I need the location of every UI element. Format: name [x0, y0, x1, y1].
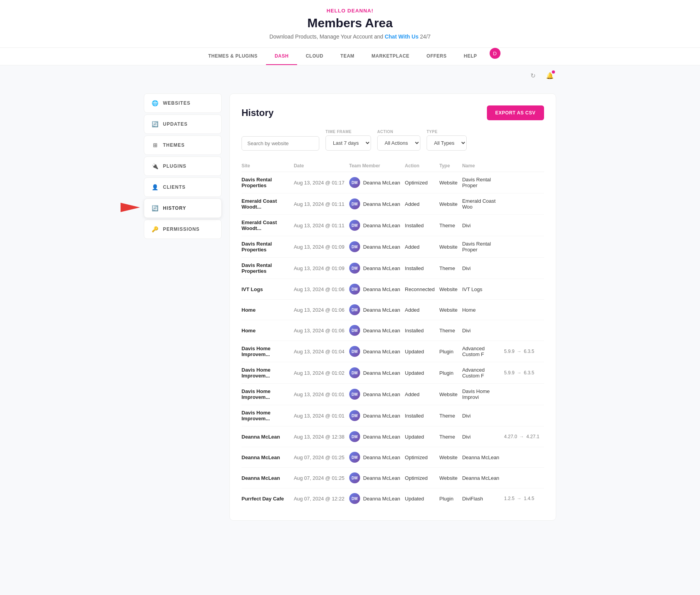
action-select[interactable]: All Actions [377, 135, 420, 151]
table-row: Deanna McLeanAug 07, 2024 @ 01:25DMDeann… [242, 468, 544, 488]
search-input[interactable] [242, 136, 319, 151]
sidebar-item-permissions[interactable]: 🔑 PERMISSIONS [144, 219, 222, 239]
col-action: Action [405, 160, 439, 172]
avatar: DM [349, 431, 360, 442]
page-subtitle: Download Products, Manage Your Account a… [0, 33, 700, 40]
avatar: DM [349, 367, 360, 378]
export-csv-button[interactable]: EXPORT AS CSV [487, 105, 544, 120]
cell-version: 4.27.0→4.27.1 [504, 427, 544, 447]
sidebar-item-websites[interactable]: 🌐 WEBSITES [144, 93, 222, 113]
site-name: Davis Rental Properties [242, 262, 272, 274]
avatar: DM [349, 220, 360, 231]
notification-icon[interactable]: 🔔 [544, 69, 556, 82]
date-value: Aug 13, 2024 @ 01:04 [294, 349, 344, 355]
cell-date: Aug 13, 2024 @ 01:06 [294, 279, 349, 300]
cell-site: Davis Home Improvem... [242, 384, 294, 405]
col-site: Site [242, 160, 294, 172]
cell-type: Website [439, 468, 462, 488]
table-header: Site Date Team Member Action Type Name [242, 160, 544, 172]
cell-action: Updated [405, 362, 439, 384]
action-label: ACTION [377, 130, 420, 134]
site-name: Davis Rental Properties [242, 241, 272, 253]
sidebar-item-clients[interactable]: 👤 CLIENTS [144, 177, 222, 197]
cell-date: Aug 07, 2024 @ 01:25 [294, 468, 349, 488]
cell-site: Emerald Coast Woodt... [242, 215, 294, 236]
history-header: History EXPORT AS CSV [242, 105, 544, 120]
cell-type: Website [439, 300, 462, 320]
sidebar: 🌐 WEBSITES 🔄 UPDATES ⊞ THEMES 🔌 PLUGINS … [144, 93, 222, 239]
version-to: 1.4.5 [524, 496, 534, 501]
table-row: HomeAug 13, 2024 @ 01:06DMDeanna McLeanI… [242, 320, 544, 341]
table-row: Emerald Coast Woodt...Aug 13, 2024 @ 01:… [242, 193, 544, 215]
cell-action: Installed [405, 258, 439, 279]
table-row: Deanna McLeanAug 13, 2024 @ 12:38DMDeann… [242, 427, 544, 447]
cell-action: Updated [405, 427, 439, 447]
cell-name: IVT Logs [462, 279, 504, 300]
cell-team-member: DMDeanna McLean [349, 172, 405, 193]
user-avatar-nav[interactable]: D [490, 48, 500, 59]
version-change: 4.27.0→4.27.1 [504, 434, 539, 439]
cell-site: Davis Rental Properties [242, 236, 294, 258]
nav-item-cloud[interactable]: CLOUD [297, 48, 332, 65]
history-arrow-container: 🔄 HISTORY [144, 198, 222, 218]
subtitle-post: 24/7 [420, 33, 430, 40]
cell-version: 5.9.9→6.3.5 [504, 362, 544, 384]
history-table: Site Date Team Member Action Type Name D… [242, 160, 544, 509]
cell-type: Theme [439, 258, 462, 279]
refresh-icon[interactable]: ↻ [527, 69, 539, 82]
date-value: Aug 13, 2024 @ 01:11 [294, 201, 344, 207]
site-name: Davis Home Improvem... [242, 367, 270, 379]
nav-item-team[interactable]: TEAM [332, 48, 363, 65]
version-arrow: → [517, 349, 522, 354]
table-body: Davis Rental PropertiesAug 13, 2024 @ 01… [242, 172, 544, 509]
sidebar-item-plugins[interactable]: 🔌 PLUGINS [144, 156, 222, 176]
nav-item-dash[interactable]: DASH [266, 48, 297, 65]
cell-name: Divi [462, 258, 504, 279]
date-value: Aug 13, 2024 @ 01:06 [294, 286, 344, 292]
cell-name: Deanna McLean [462, 468, 504, 488]
cell-site: Emerald Coast Woodt... [242, 193, 294, 215]
table-row: IVT LogsAug 13, 2024 @ 01:06DMDeanna McL… [242, 279, 544, 300]
action-filter-group: ACTION All Actions [377, 130, 420, 151]
table-row: Emerald Coast Woodt...Aug 13, 2024 @ 01:… [242, 215, 544, 236]
sidebar-label-updates: UPDATES [163, 121, 187, 127]
member-name: Deanna McLean [363, 455, 400, 460]
chat-link[interactable]: Chat With Us [385, 33, 418, 40]
cell-version [504, 384, 544, 405]
type-select[interactable]: All Types [427, 135, 467, 151]
version-change: 1.2.5→1.4.5 [504, 496, 539, 501]
site-name: Davis Home Improvem... [242, 346, 270, 357]
nav-item-themes-plugins[interactable]: THEMES & PLUGINS [200, 48, 266, 65]
sidebar-item-history[interactable]: 🔄 HISTORY [144, 198, 222, 218]
cell-version [504, 172, 544, 193]
cell-version [504, 405, 544, 427]
sidebar-item-themes[interactable]: ⊞ THEMES [144, 135, 222, 155]
version-arrow: → [517, 370, 522, 376]
nav-item-offers[interactable]: OFFERS [418, 48, 455, 65]
site-name: Purrfect Day Cafe [242, 496, 284, 502]
nav-item-marketplace[interactable]: MARKETPLACE [363, 48, 418, 65]
cell-date: Aug 13, 2024 @ 01:11 [294, 215, 349, 236]
cell-version [504, 468, 544, 488]
date-value: Aug 13, 2024 @ 01:09 [294, 244, 344, 250]
cell-version [504, 279, 544, 300]
sidebar-item-updates[interactable]: 🔄 UPDATES [144, 114, 222, 134]
cell-date: Aug 13, 2024 @ 01:06 [294, 300, 349, 320]
cell-site: Home [242, 300, 294, 320]
cell-type: Theme [439, 215, 462, 236]
cell-date: Aug 13, 2024 @ 01:09 [294, 236, 349, 258]
sidebar-label-permissions: PERMISSIONS [163, 226, 200, 232]
version-to: 4.27.1 [527, 434, 539, 439]
cell-type: Website [439, 193, 462, 215]
cell-type: Plugin [439, 341, 462, 362]
cell-type: Plugin [439, 488, 462, 509]
version-from: 5.9.9 [504, 370, 514, 376]
site-name: Emerald Coast Woodt... [242, 219, 277, 231]
svg-marker-0 [121, 203, 140, 212]
nav-item-help[interactable]: HELP [455, 48, 486, 65]
table-row: Davis Rental PropertiesAug 13, 2024 @ 01… [242, 258, 544, 279]
member-name: Deanna McLean [363, 201, 400, 207]
table-row: Deanna McLeanAug 07, 2024 @ 01:25DMDeann… [242, 447, 544, 468]
timeframe-select[interactable]: Last 7 days [326, 135, 371, 151]
avatar: DM [349, 263, 360, 274]
